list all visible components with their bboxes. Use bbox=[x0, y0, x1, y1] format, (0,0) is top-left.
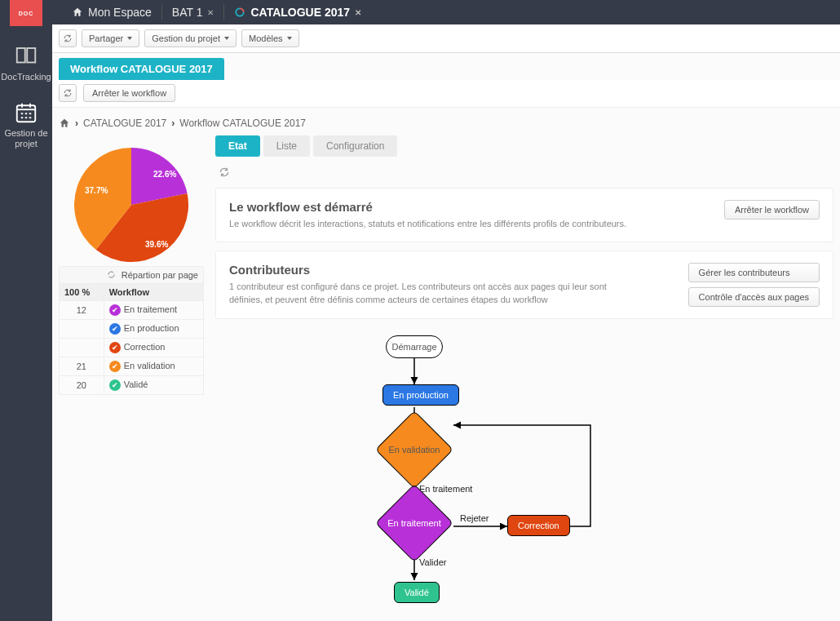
tab-label: BAT 1 bbox=[172, 6, 203, 19]
col-workflow: Workflow bbox=[104, 284, 203, 301]
crumb-1[interactable]: CATALOGUE 2017 bbox=[83, 118, 166, 129]
chevron-down-icon bbox=[224, 37, 229, 40]
node-traitement: En traitement bbox=[375, 499, 453, 548]
close-icon[interactable]: ✕ bbox=[355, 8, 361, 17]
pie-chart: 22.6% 39.6% 37.7% bbox=[59, 135, 204, 266]
rail-doctracking[interactable]: DocTracking bbox=[1, 44, 51, 82]
status-dot: ✔ bbox=[109, 323, 121, 335]
rail-label: DocTracking bbox=[1, 72, 51, 82]
ring-icon bbox=[234, 7, 245, 18]
left-rail: DOC DocTracking Gestion de projet bbox=[0, 0, 52, 621]
workflow-tab-strip: Workflow CATALOGUE 2017 bbox=[52, 53, 840, 80]
node-production: En production bbox=[382, 384, 459, 406]
status-table: Répartion par page 100 %Workflow 12✔En t… bbox=[59, 266, 204, 395]
workflow-card: Le workflow est démarré Le workflow décr… bbox=[215, 188, 833, 242]
chevron: › bbox=[75, 118, 78, 129]
logo: DOC bbox=[10, 0, 42, 26]
svg-rect-1 bbox=[27, 48, 35, 63]
table-row: 21✔En validation bbox=[60, 357, 204, 376]
table-row: ✔Correction bbox=[60, 339, 204, 357]
diagram-edges bbox=[215, 327, 786, 621]
chevron: › bbox=[171, 118, 175, 129]
node-start: Démarrage bbox=[386, 335, 443, 358]
refresh-button[interactable] bbox=[59, 29, 77, 47]
share-dropdown[interactable]: Partager bbox=[82, 29, 139, 47]
tab-config[interactable]: Configuration bbox=[313, 135, 397, 157]
refresh-icon bbox=[63, 33, 73, 43]
chevron-down-icon bbox=[287, 37, 292, 40]
status-dot: ✔ bbox=[109, 304, 121, 316]
chevron-down-icon bbox=[127, 37, 132, 40]
table-row: 12✔En traitement bbox=[60, 301, 204, 320]
tab-catalogue[interactable]: CATALOGUE 2017 ✕ bbox=[224, 5, 371, 20]
tab-home[interactable]: Mon Espace bbox=[62, 5, 162, 20]
breadcrumb: › CATALOGUE 2017 › Workflow CATALOGUE 20… bbox=[52, 108, 840, 135]
sub-toolbar: Partager Gestion du projet Modèles bbox=[52, 24, 840, 52]
edge-label: En traitement bbox=[419, 484, 472, 494]
topbar: Mon Espace BAT 1 ✕ CATALOGUE 2017 ✕ bbox=[52, 0, 840, 24]
repartition-label: Répartion par page bbox=[122, 270, 198, 280]
refresh-icon[interactable] bbox=[107, 270, 116, 279]
stop-workflow-button[interactable]: Arrêter le workflow bbox=[724, 200, 820, 220]
svg-rect-0 bbox=[17, 48, 25, 63]
refresh-icon bbox=[219, 166, 230, 178]
refresh-button[interactable] bbox=[59, 84, 77, 102]
project-dropdown[interactable]: Gestion du projet bbox=[144, 29, 237, 47]
models-dropdown[interactable]: Modèles bbox=[241, 29, 299, 47]
rail-label: Gestion de projet bbox=[0, 128, 52, 149]
rail-gestion[interactable]: Gestion de projet bbox=[0, 100, 52, 149]
pie-slice-label: 37.7% bbox=[85, 186, 108, 195]
node-valide: Validé bbox=[394, 582, 440, 603]
card-title: Contributeurs bbox=[229, 263, 637, 277]
tab-etat[interactable]: Etat bbox=[215, 135, 260, 157]
manage-contributors-button[interactable]: Gérer les contributeurs bbox=[688, 263, 820, 282]
edge-label: Rejeter bbox=[460, 513, 489, 523]
contributors-card: Contributeurs 1 contributeur est configu… bbox=[215, 251, 833, 319]
status-dot: ✔ bbox=[109, 379, 121, 391]
calendar-icon bbox=[14, 100, 38, 125]
edge-label: Valider bbox=[419, 557, 446, 567]
node-validation: En validation bbox=[375, 425, 453, 474]
pie-slice-label: 39.6% bbox=[145, 240, 168, 249]
refresh-button[interactable] bbox=[215, 163, 233, 181]
tab-bat1[interactable]: BAT 1 ✕ bbox=[162, 5, 225, 20]
home-icon bbox=[59, 118, 70, 129]
columns-icon bbox=[14, 44, 38, 69]
tab-label: CATALOGUE 2017 bbox=[250, 6, 350, 19]
col-percent: 100 % bbox=[60, 284, 104, 301]
tab-liste[interactable]: Liste bbox=[263, 135, 310, 157]
status-dot: ✔ bbox=[109, 361, 121, 372]
page-access-button[interactable]: Contrôle d'accès aux pages bbox=[688, 287, 820, 307]
tab-label: Mon Espace bbox=[88, 6, 152, 19]
refresh-icon bbox=[63, 88, 73, 98]
table-row: ✔En production bbox=[60, 320, 204, 339]
workflow-diagram: Démarrage En production En validation En… bbox=[215, 327, 833, 621]
close-icon[interactable]: ✕ bbox=[207, 8, 214, 17]
card-text: 1 contributeur est configuré dans ce pro… bbox=[229, 280, 637, 306]
status-dot: ✔ bbox=[109, 342, 121, 353]
state-tabs: Etat Liste Configuration bbox=[215, 135, 833, 157]
node-correction: Correction bbox=[507, 515, 570, 536]
workflow-tab[interactable]: Workflow CATALOGUE 2017 bbox=[59, 58, 224, 80]
crumb-2: Workflow CATALOGUE 2017 bbox=[179, 118, 306, 129]
pie-slice-label: 22.6% bbox=[153, 170, 176, 179]
table-row: 20✔Validé bbox=[60, 376, 204, 395]
workflow-toolbar: Arrêter le workflow bbox=[52, 80, 840, 108]
card-text: Le workflow décrit les interactions, sta… bbox=[229, 217, 626, 230]
card-title: Le workflow est démarré bbox=[229, 200, 626, 214]
home-icon bbox=[72, 7, 83, 18]
stop-workflow-button[interactable]: Arrêter le workflow bbox=[83, 84, 175, 102]
